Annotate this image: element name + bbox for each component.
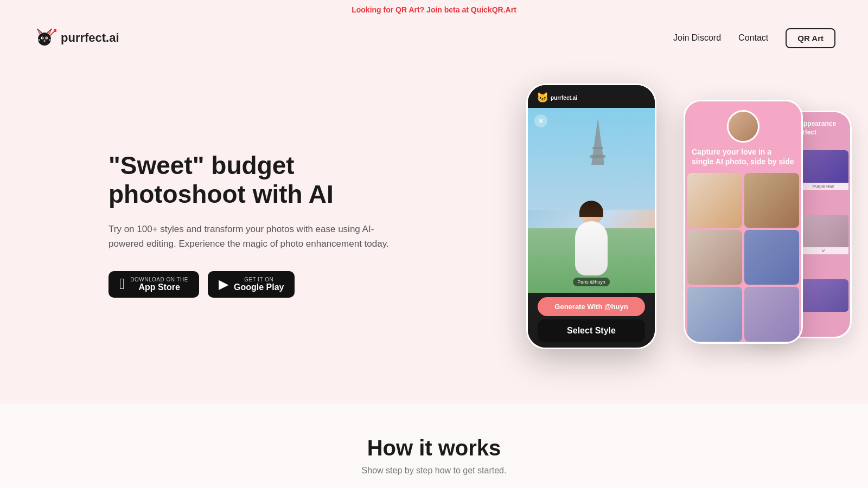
phone-mid-header: Capture your love in a single AI photo, … <box>685 101 801 171</box>
photo-placeholder <box>528 108 655 293</box>
generate-button[interactable]: Generate With @huyn <box>538 297 646 316</box>
mid-face-1 <box>687 173 742 228</box>
svg-marker-4 <box>47 30 51 33</box>
phone-location-tag: Paris @huyn <box>573 278 610 286</box>
google-play-button[interactable]: ▶ GET IT ON Google Play <box>208 271 295 298</box>
phone-logo-label: purrfect.ai <box>551 95 577 101</box>
app-store-text: Download on the App Store <box>130 277 188 292</box>
svg-rect-18 <box>592 147 603 149</box>
phone-logo: 🐱 purrfect.ai <box>537 92 577 104</box>
app-store-button[interactable]:  Download on the App Store <box>108 271 199 298</box>
how-it-works-title: How it works <box>33 436 835 460</box>
mid-face-3 <box>687 230 742 285</box>
svg-marker-3 <box>38 30 42 33</box>
mid-face-6 <box>744 287 799 342</box>
logo[interactable]: purrfect.ai <box>33 26 119 50</box>
svg-point-7 <box>42 37 43 38</box>
phone-close-button[interactable]: × <box>534 114 547 127</box>
phone-cat-icon: 🐱 <box>537 92 548 104</box>
mid-header-text: Capture your love in a single AI photo, … <box>692 147 794 166</box>
store-buttons:  Download on the App Store ▶ GET IT ON … <box>108 271 391 298</box>
google-play-icon: ▶ <box>219 278 228 291</box>
phone-main-screen: 🐱 purrfect.ai <box>528 85 655 348</box>
nav-contact[interactable]: Contact <box>738 33 768 43</box>
google-play-main: Google Play <box>234 282 284 292</box>
hero-title: "Sweet" budget photoshoot with AI <box>108 151 391 209</box>
phone-main-header: 🐱 purrfect.ai <box>528 85 655 108</box>
phone-mockup-main: 🐱 purrfect.ai <box>526 84 656 349</box>
qr-art-button[interactable]: QR Art <box>786 28 835 48</box>
how-it-works-subtitle: Show step by step how to get started. <box>33 466 835 476</box>
hair-style-2: Purple Hair <box>799 150 849 213</box>
phone-mockup-mid: Capture your love in a single AI photo, … <box>684 100 803 344</box>
logo-icon <box>33 26 56 50</box>
banner-text: Looking for QR Art? Join beta at QuickQR… <box>352 5 516 14</box>
hair-label-2: Purple Hair <box>799 183 849 190</box>
hair-label-4: V <box>799 247 849 254</box>
svg-marker-16 <box>591 118 604 165</box>
mid-face-4 <box>744 230 799 285</box>
top-banner: Looking for QR Art? Join beta at QuickQR… <box>0 0 868 20</box>
svg-rect-17 <box>590 155 605 158</box>
hair-style-6 <box>799 279 849 335</box>
app-store-sub: Download on the <box>130 277 188 282</box>
mid-face-2 <box>744 173 799 228</box>
google-play-sub: GET IT ON <box>234 277 284 282</box>
logo-text: purrfect.ai <box>61 31 119 45</box>
select-style-button[interactable]: Select Style <box>538 319 646 342</box>
how-it-works-section: How it works Show step by step how to ge… <box>0 403 868 488</box>
hero-content: "Sweet" budget photoshoot with AI Try on… <box>108 151 391 297</box>
hero-description: Try on 100+ styles and transform your ph… <box>108 222 391 251</box>
mid-face-5 <box>687 287 742 342</box>
app-store-main: App Store <box>130 282 188 292</box>
header: purrfect.ai Join Discord Contact QR Art <box>0 20 868 56</box>
apple-icon:  <box>119 277 125 292</box>
phone-mockups: Transform your appearance with realistic… <box>499 84 835 365</box>
nav-discord[interactable]: Join Discord <box>673 33 721 43</box>
phone-photo-area: × Paris @huyn <box>528 108 655 293</box>
google-play-text: GET IT ON Google Play <box>234 277 284 292</box>
svg-point-13 <box>44 40 46 41</box>
phone-mid-screen: Capture your love in a single AI photo, … <box>685 101 801 342</box>
mid-face-grid <box>685 171 801 344</box>
hero-section: "Sweet" budget photoshoot with AI Try on… <box>0 56 868 403</box>
main-nav: Join Discord Contact QR Art <box>673 28 835 48</box>
svg-point-0 <box>38 33 51 46</box>
svg-point-8 <box>46 37 47 38</box>
hair-style-4: V <box>799 215 849 278</box>
